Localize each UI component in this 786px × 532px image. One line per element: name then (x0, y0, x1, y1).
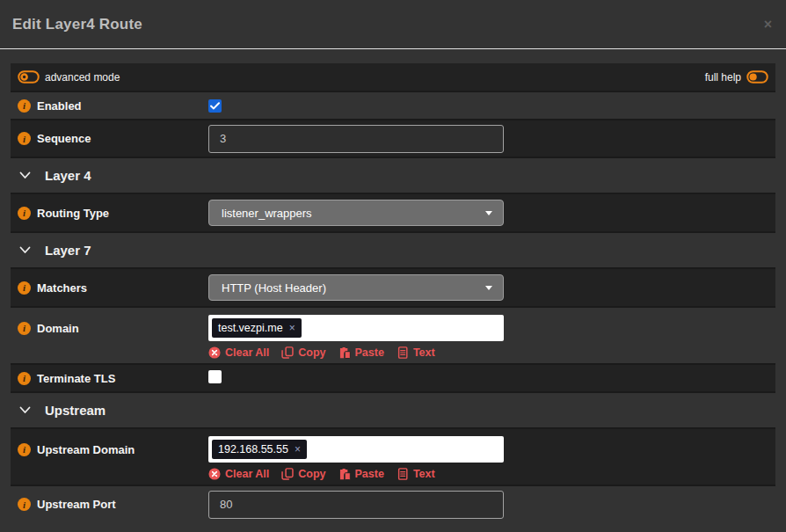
file-text-icon (397, 468, 409, 480)
file-text-icon (397, 346, 409, 359)
field-label: iTerminate TLS (18, 372, 208, 385)
field-control: HTTP (Host Header) (208, 274, 768, 301)
section-layer-4[interactable]: Layer 4 (11, 157, 775, 193)
routing-type-select[interactable]: listener_wrappers (208, 200, 504, 226)
field-control: 192.168.55.55×Clear AllCopyPasteText (208, 436, 768, 480)
info-icon[interactable]: i (18, 207, 31, 220)
page-title: Edit Layer4 Route (12, 16, 142, 33)
field-label: iEnabled (18, 99, 208, 113)
chevron-down-icon[interactable] (19, 171, 31, 179)
enabled-checkbox[interactable] (208, 99, 222, 113)
section-title: Layer 4 (45, 168, 91, 183)
section-title: Upstream (45, 403, 106, 418)
paste-button[interactable]: Paste (338, 468, 384, 480)
field-label: iRouting Type (18, 207, 208, 220)
chevron-down-icon[interactable] (19, 246, 31, 254)
edit-layer4-route-dialog: Edit Layer4 Route × advanced modefull he… (0, 0, 786, 532)
token-actions: Clear AllCopyPasteText (208, 346, 768, 359)
copy-icon (281, 346, 294, 359)
field-label: iUpstream Port (18, 498, 208, 511)
copy-icon (281, 468, 294, 480)
info-icon[interactable]: i (18, 443, 31, 456)
check-icon (210, 102, 220, 110)
paste-icon (338, 468, 351, 480)
token-actions: Clear AllCopyPasteText (208, 468, 768, 480)
upstream-port-row: iUpstream Port (11, 485, 775, 522)
copy-button[interactable]: Copy (281, 468, 325, 480)
clear-all-button[interactable]: Clear All (208, 468, 269, 480)
field-label-text: Upstream Port (37, 498, 116, 511)
token-action-label: Copy (298, 468, 325, 480)
close-icon[interactable]: × (764, 18, 772, 32)
field-control (208, 125, 768, 153)
chevron-down-icon-wrap (19, 406, 31, 414)
circle-xmark-icon (208, 346, 221, 359)
clear-all-button[interactable]: Clear All (208, 346, 269, 359)
sequence-row: iSequence (11, 119, 775, 157)
toggle-off-icon (18, 70, 40, 84)
text-button[interactable]: Text (397, 468, 435, 480)
field-label: iUpstream Domain (18, 436, 208, 463)
advanced-mode-toggle[interactable]: advanced mode (18, 70, 120, 84)
select-value: HTTP (Host Header) (222, 281, 326, 295)
token-action-label: Clear All (225, 346, 269, 359)
chevron-down-icon-wrap (19, 171, 31, 179)
paste-button[interactable]: Paste (338, 346, 384, 359)
upstream-domain-row: iUpstream Domain192.168.55.55×Clear AllC… (11, 427, 775, 485)
domain-token-input[interactable]: test.vezpi.me× (208, 315, 504, 341)
field-control: listener_wrappers (208, 200, 768, 226)
info-icon[interactable]: i (18, 372, 31, 385)
sequence-input[interactable] (208, 125, 504, 153)
upstream-port-input[interactable] (208, 491, 504, 519)
token-action-label: Paste (355, 468, 384, 480)
field-control: test.vezpi.me×Clear AllCopyPasteText (208, 315, 768, 359)
paste-icon (338, 346, 351, 359)
dialog-header: Edit Layer4 Route × (0, 0, 786, 49)
route-form: advanced modefull helpiEnablediSequenceL… (11, 63, 775, 522)
field-label-text: Sequence (37, 132, 91, 145)
section-layer-7[interactable]: Layer 7 (11, 231, 775, 267)
terminate-tls-row: iTerminate TLS (11, 363, 775, 391)
info-icon[interactable]: i (18, 281, 31, 295)
token-text: 192.168.55.55 (218, 443, 288, 455)
field-label-text: Enabled (37, 99, 82, 113)
info-icon[interactable]: i (18, 132, 31, 145)
token: 192.168.55.55× (212, 440, 307, 459)
caret-down-icon (485, 286, 492, 290)
info-icon[interactable]: i (18, 99, 31, 113)
field-label-text: Upstream Domain (37, 443, 135, 456)
section-title: Layer 7 (45, 243, 91, 258)
token-remove-icon[interactable]: × (295, 444, 301, 455)
token: test.vezpi.me× (212, 318, 302, 338)
text-button[interactable]: Text (397, 346, 435, 359)
dialog-body: advanced modefull helpiEnablediSequenceL… (0, 49, 786, 532)
token-action-label: Text (413, 346, 435, 359)
full-help-toggle[interactable]: full help (705, 70, 768, 84)
token-action-label: Copy (298, 346, 325, 359)
token-text: test.vezpi.me (218, 322, 283, 334)
upstream-domain-token-input[interactable]: 192.168.55.55× (208, 436, 504, 463)
chevron-down-icon-wrap (19, 246, 31, 254)
caret-down-icon (485, 211, 492, 215)
options-bar: advanced modefull help (11, 63, 775, 91)
matchers-select[interactable]: HTTP (Host Header) (208, 274, 504, 301)
full-help-label: full help (705, 71, 741, 84)
field-label-text: Matchers (37, 281, 87, 295)
field-label-text: Terminate TLS (37, 372, 115, 385)
toggle-off-icon (746, 70, 768, 84)
info-icon[interactable]: i (18, 498, 31, 511)
field-control (208, 98, 768, 113)
enabled-row: iEnabled (11, 91, 775, 119)
terminate-tls-checkbox[interactable] (208, 370, 222, 383)
field-label-text: Routing Type (37, 207, 109, 220)
copy-button[interactable]: Copy (281, 346, 325, 359)
field-label-text: Domain (37, 322, 79, 335)
info-icon[interactable]: i (18, 322, 31, 335)
chevron-down-icon[interactable] (19, 406, 31, 414)
field-label: iSequence (18, 132, 208, 145)
field-control (208, 491, 768, 519)
section-upstream[interactable]: Upstream (11, 391, 775, 427)
token-remove-icon[interactable]: × (289, 323, 295, 333)
circle-xmark-icon (208, 468, 221, 480)
routing-type-row: iRouting Typelistener_wrappers (11, 193, 775, 231)
